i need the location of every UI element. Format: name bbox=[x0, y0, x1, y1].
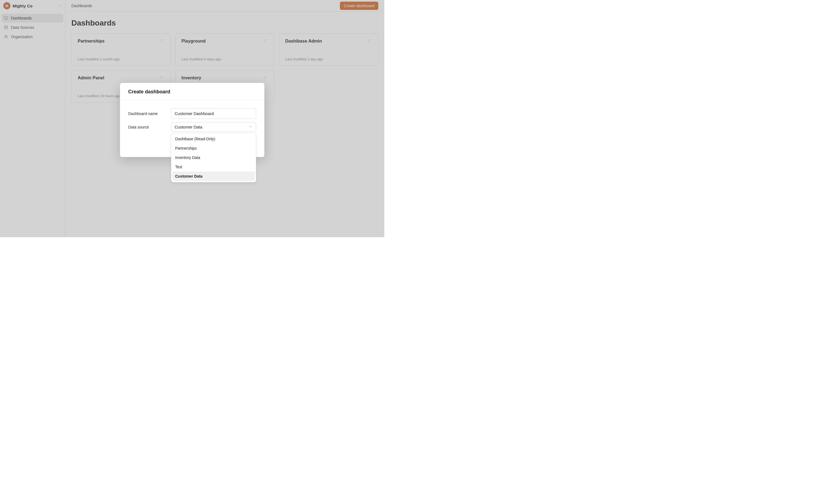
dropdown-option[interactable]: Customer Data bbox=[172, 172, 255, 181]
modal-overlay[interactable]: Create dashboard Dashboard name Data sou… bbox=[0, 0, 384, 237]
modal-title: Create dashboard bbox=[128, 89, 256, 95]
chevron-down-icon bbox=[249, 125, 253, 129]
data-source-select[interactable]: Customer Data bbox=[171, 122, 256, 132]
dropdown-option[interactable]: Partnerships bbox=[172, 144, 255, 153]
create-dashboard-modal: Create dashboard Dashboard name Data sou… bbox=[120, 83, 264, 157]
dropdown-option[interactable]: Test bbox=[172, 162, 255, 172]
data-source-label: Data source bbox=[128, 125, 171, 129]
modal-header: Create dashboard bbox=[120, 83, 264, 100]
dropdown-option[interactable]: Dashibase (Read-Only) bbox=[172, 134, 255, 144]
dropdown-option[interactable]: Inventory Data bbox=[172, 153, 255, 162]
dashboard-name-label: Dashboard name bbox=[128, 111, 171, 116]
data-source-dropdown: Dashibase (Read-Only) Partnerships Inven… bbox=[171, 133, 256, 182]
select-value: Customer Data bbox=[175, 125, 202, 129]
dashboard-name-input[interactable] bbox=[171, 108, 256, 119]
